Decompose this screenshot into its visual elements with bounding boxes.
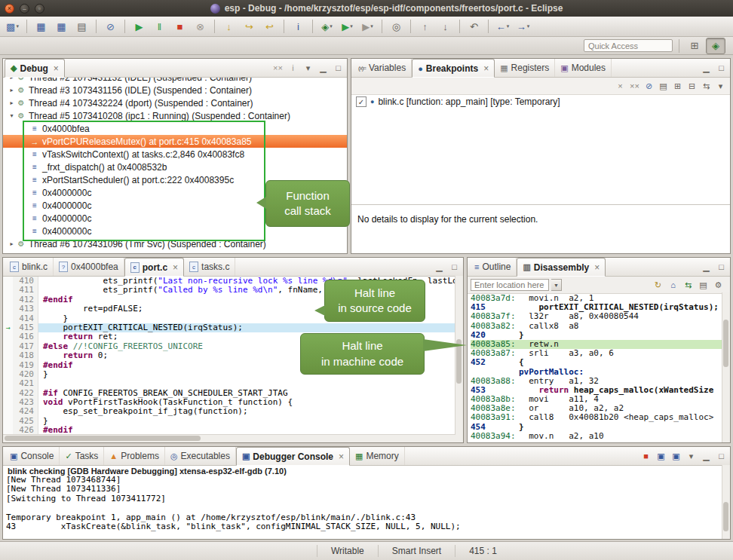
settings-icon[interactable]: ⚙ <box>712 279 725 292</box>
debug-perspective-button[interactable]: ◈ <box>706 38 725 54</box>
editor-vscrollbar[interactable] <box>455 276 463 435</box>
expand-toggle-icon[interactable]: ▸ <box>8 78 16 81</box>
disassembly-row[interactable]: 40083a82: callx8 a8 <box>471 322 730 331</box>
expand-toggle-icon[interactable]: ▸ <box>8 87 16 93</box>
view-menu-icon[interactable]: ▾ <box>685 450 698 463</box>
view-menu-icon[interactable]: ▾ <box>302 62 314 75</box>
expand-toggle-icon[interactable]: ▸ <box>8 99 16 106</box>
disassembly-row[interactable]: 40083a7f: l32r a8, 0x40080544 <box>471 312 730 321</box>
minimize-icon[interactable]: ▁ <box>700 261 713 274</box>
outline-tab-outline[interactable]: ≡Outline <box>469 258 517 276</box>
editor-tab-blink-c[interactable]: cblink.c <box>5 258 54 276</box>
toolbar-suspend-button[interactable]: ‖ <box>150 18 169 35</box>
display-selected-console-icon[interactable]: ▣ <box>655 450 667 463</box>
minimize-icon[interactable]: ▁ <box>433 261 446 274</box>
toolbar-new-button[interactable]: ▩▾ <box>3 18 22 35</box>
collapse-all-icon[interactable]: ⊟ <box>685 80 698 93</box>
maximize-icon[interactable]: □ <box>715 261 728 274</box>
toolbar-step-into-button[interactable]: ↓ <box>219 18 238 35</box>
editor-tab-tasks-c[interactable]: ctasks.c <box>184 258 235 276</box>
minimize-window-button[interactable]: – <box>20 4 29 14</box>
terminate-icon[interactable]: ■ <box>639 450 652 463</box>
maximize-icon[interactable]: □ <box>715 62 728 75</box>
hscroll-thumb[interactable] <box>5 436 201 441</box>
vscroll-thumb[interactable] <box>723 320 728 368</box>
close-icon[interactable]: × <box>483 63 489 74</box>
code-line[interactable]: →415 portEXIT_CRITICAL_NESTED(irqStatus)… <box>3 323 463 332</box>
thread-row[interactable]: ▸⚙Thread #2 1073431132 (IDLE) (Suspended… <box>3 78 347 84</box>
disassembly-row[interactable]: 454} <box>471 423 730 432</box>
titlebar[interactable]: ×–▫ esp - Debug - /home/krzysztof/esp/es… <box>0 0 733 17</box>
toolbar-forward-button[interactable]: →▾ <box>514 18 532 35</box>
console-tab-tasks[interactable]: ✓Tasks <box>60 447 104 465</box>
close-window-button[interactable]: × <box>5 4 14 14</box>
close-icon[interactable]: × <box>339 451 344 462</box>
minimize-icon[interactable]: ▁ <box>700 62 713 75</box>
location-combo[interactable]: Enter location here <box>471 279 549 291</box>
disassembly-vscrollbar[interactable] <box>722 292 730 442</box>
toolbar-debug-button[interactable]: ◈▾ <box>317 18 336 35</box>
toolbar-step-return-button[interactable]: ↩ <box>260 18 279 35</box>
right-tab-variables[interactable]: (x)=Variables <box>353 59 412 77</box>
toolbar-instruction-stepping-button[interactable]: i <box>289 18 308 35</box>
maximize-icon[interactable]: □ <box>332 62 345 75</box>
instruction-stepping-mode-icon[interactable]: i <box>287 62 299 75</box>
toolbar-print-button[interactable]: ▤ <box>72 18 91 35</box>
console-tab-debugger-console[interactable]: ▣Debugger Console× <box>236 447 350 466</box>
vscroll-thumb[interactable] <box>723 502 728 531</box>
toolbar-previous-annotation-button[interactable]: ↑ <box>416 18 434 35</box>
disassembly-row[interactable]: 40083a87: srli a3, a0, 6 <box>471 349 730 358</box>
go-to-file-icon[interactable]: ▤ <box>657 80 670 93</box>
debug-tab-debug[interactable]: ◈Debug× <box>5 59 65 78</box>
close-icon[interactable]: × <box>173 262 178 273</box>
breakpoint-item[interactable]: ✓ ● blink.c [function: app_main] [type: … <box>351 95 730 109</box>
toolbar-next-annotation-button[interactable]: ↓ <box>436 18 455 35</box>
show-source-icon[interactable]: ▤ <box>697 279 710 292</box>
code-line[interactable]: 426#endif <box>3 426 463 434</box>
expand-toggle-icon[interactable]: ▸ <box>8 240 16 247</box>
thread-row[interactable]: ▸⚙Thread #4 1073432224 (dport) (Suspende… <box>3 96 347 109</box>
outline-tab-disassembly[interactable]: ▥Disassembly× <box>517 258 606 277</box>
minimize-icon[interactable]: ▁ <box>317 62 330 75</box>
sync-with-active-context-icon[interactable]: ⇆ <box>682 279 695 292</box>
code-line[interactable]: 423void vPortFirstTaskHook(TaskFunction_… <box>3 398 463 407</box>
editor-tab-port-c[interactable]: cport.c× <box>124 258 184 277</box>
close-icon[interactable]: × <box>594 262 600 273</box>
breakpoint-checkbox[interactable]: ✓ <box>356 96 366 107</box>
toolbar-back-button[interactable]: ←▾ <box>493 18 512 35</box>
console-output[interactable]: [New Thread 1073468744][New Thread 10734… <box>3 476 730 539</box>
disassembly-row[interactable]: 452{ <box>471 358 730 367</box>
expand-all-icon[interactable]: ⊞ <box>671 80 684 93</box>
toolbar-terminate-button[interactable]: ■ <box>170 18 189 35</box>
code-line[interactable]: 422#if CONFIG_FREERTOS_BREAK_ON_SCHEDULE… <box>3 389 463 398</box>
console-tab-problems[interactable]: ▲Problems <box>104 447 165 465</box>
toolbar-save-all-button[interactable]: ▦ <box>52 18 71 35</box>
console-vscrollbar[interactable] <box>722 465 730 539</box>
stack-frame-row[interactable]: ≡0x4000bfea <box>3 122 347 135</box>
view-menu-icon[interactable]: ▾ <box>714 80 727 93</box>
editor-hscrollbar[interactable] <box>3 434 463 442</box>
toolbar-save-button[interactable]: ▦ <box>32 18 51 35</box>
toolbar-search-button[interactable]: ◎ <box>387 18 406 35</box>
disassembly-row[interactable]: 40083a94: mov.n a2, a10 <box>471 432 730 441</box>
remove-all-breakpoints-icon[interactable]: ×× <box>628 80 641 93</box>
toolbar-resume-button[interactable]: ▶ <box>130 18 149 35</box>
combo-dropdown-icon[interactable]: ▼ <box>551 279 562 291</box>
toolbar-skip-all-breakpoints-button[interactable]: ⊘ <box>101 18 120 35</box>
show-breakpoints-for-icon[interactable]: ⊘ <box>643 80 655 93</box>
stack-frame-row[interactable]: ≡vTaskSwitchContext() at tasks.c:2,846 0… <box>3 148 347 161</box>
disassembly-row[interactable]: pvPortMalloc: <box>471 368 730 377</box>
disassembly-listing[interactable]: 40083a7d: movi.n a2, 1415 portEXIT_CRITI… <box>468 294 730 442</box>
expand-toggle-icon[interactable]: ▾ <box>8 112 16 119</box>
console-tab-memory[interactable]: ▦Memory <box>350 447 405 465</box>
stack-frame-row[interactable]: →vPortCPUReleaseMutex() at port.c:415 0x… <box>3 135 347 148</box>
open-console-icon[interactable]: ▣ <box>670 450 682 463</box>
refresh-icon[interactable]: ↻ <box>652 279 664 292</box>
right-tab-registers[interactable]: ▦Registers <box>495 59 555 77</box>
maximize-icon[interactable]: □ <box>715 450 728 463</box>
link-with-debug-view-icon[interactable]: ⇆ <box>700 80 713 93</box>
toolbar-last-edit-location-button[interactable]: ↶ <box>465 18 483 35</box>
thread-row[interactable]: ▸⚙Thread #6 1073431096 (Tmr Svc) (Suspen… <box>3 237 347 250</box>
remove-breakpoint-icon[interactable]: × <box>614 80 627 93</box>
minimize-icon[interactable]: ▁ <box>700 450 713 463</box>
